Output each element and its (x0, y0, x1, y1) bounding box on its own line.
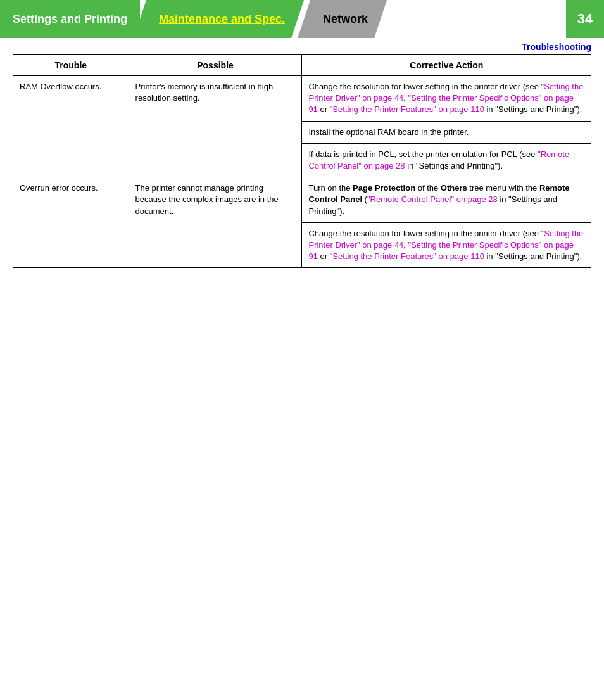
tab-maintenance[interactable]: Maintenance and Spec. (134, 0, 304, 38)
main-content: Trouble Possible Corrective Action RAM O… (0, 54, 604, 281)
tab-network[interactable]: Network (298, 0, 387, 38)
tab-settings[interactable]: Settings and Printing (0, 0, 140, 38)
tab-settings-label: Settings and Printing (13, 13, 127, 26)
link-8[interactable]: "Setting the Printer Features" on page 1… (330, 251, 484, 261)
link-4[interactable]: "Remote Control Panel" on page 28 (308, 150, 569, 170)
table-row: Overrun error occurs. The printer cannot… (13, 177, 591, 223)
corrective-cell-1b: Install the optional RAM board in the pr… (302, 121, 591, 143)
link-5[interactable]: "Remote Control Panel" on page 28 (367, 194, 498, 204)
link-3[interactable]: "Setting the Printer Features" on page 1… (330, 105, 484, 114)
page-number: 34 (566, 0, 604, 38)
possible-cell-2: The printer cannot manage printing becau… (129, 177, 302, 268)
corrective-cell-1a: Change the resolution for lower setting … (302, 76, 591, 122)
table-row: RAM Overflow occurs. Printer's memory is… (13, 76, 591, 122)
tab-network-label: Network (323, 13, 368, 26)
troubleshooting-table: Trouble Possible Corrective Action RAM O… (13, 54, 591, 268)
tab-maintenance-label: Maintenance and Spec. (159, 13, 285, 26)
trouble-cell-2: Overrun error occurs. (13, 177, 129, 268)
col-header-corrective: Corrective Action (302, 55, 591, 76)
col-header-trouble: Trouble (13, 55, 129, 76)
troubleshooting-label: Troubleshooting (0, 38, 604, 54)
corrective-cell-2b: Change the resolution for lower setting … (302, 222, 591, 268)
page-header: Settings and Printing Maintenance and Sp… (0, 0, 604, 38)
corrective-cell-1c: If data is printed in PCL, set the print… (302, 143, 591, 177)
table-header-row: Trouble Possible Corrective Action (13, 55, 591, 76)
trouble-cell-1: RAM Overflow occurs. (13, 76, 129, 177)
col-header-possible: Possible (129, 55, 302, 76)
possible-cell-1: Printer's memory is insufficient in high… (129, 76, 302, 177)
corrective-cell-2a: Turn on the Page Protection of the Other… (302, 177, 591, 223)
